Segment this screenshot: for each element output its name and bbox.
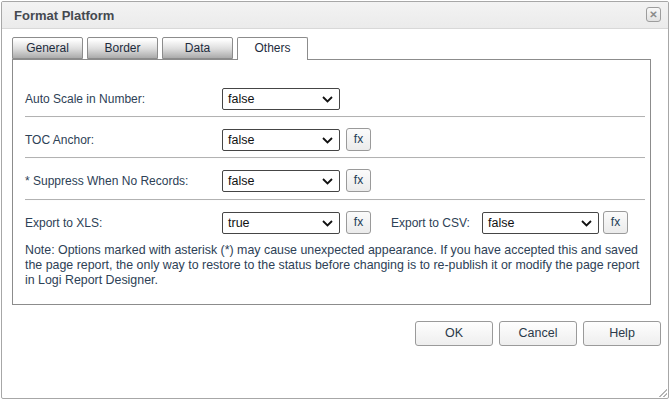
toc-anchor-select[interactable]: false <box>222 129 340 151</box>
export-csv-fx-button[interactable]: fx <box>603 211 628 234</box>
toc-anchor-select-value: false <box>228 133 254 147</box>
suppress-no-records-select[interactable]: false <box>222 170 340 192</box>
cancel-button[interactable]: Cancel <box>499 321 577 346</box>
export-xls-fx-button[interactable]: fx <box>346 211 371 234</box>
export-xls-label: Export to XLS: <box>25 216 102 230</box>
export-csv-select[interactable]: false <box>482 212 599 234</box>
chevron-down-icon <box>322 137 333 144</box>
tab-data[interactable]: Data <box>162 37 233 59</box>
suppress-no-records-fx-button[interactable]: fx <box>346 169 371 192</box>
asterisk-note-text: Note: Options marked with asterisk (*) m… <box>25 243 645 289</box>
export-csv-select-value: false <box>488 216 514 230</box>
export-xls-select-value: true <box>228 216 250 230</box>
toc-anchor-fx-button[interactable]: fx <box>346 128 371 151</box>
chevron-down-icon <box>581 220 592 227</box>
others-tab-panel: Auto Scale in Number: false TOC Anchor: … <box>12 59 651 305</box>
chevron-down-icon <box>322 220 333 227</box>
dialog-titlebar: Format Platform ✕ <box>2 2 668 29</box>
auto-scale-select[interactable]: false <box>222 88 340 110</box>
export-xls-select[interactable]: true <box>222 212 340 234</box>
export-csv-label: Export to CSV: <box>391 216 470 230</box>
auto-scale-label: Auto Scale in Number: <box>25 92 145 106</box>
tab-border[interactable]: Border <box>87 37 158 59</box>
ok-button[interactable]: OK <box>415 321 493 346</box>
tab-general[interactable]: General <box>12 37 83 59</box>
row-separator <box>25 199 645 201</box>
auto-scale-select-value: false <box>228 92 254 106</box>
format-platform-dialog: Format Platform ✕ General Border Data Ot… <box>1 1 669 399</box>
close-icon[interactable]: ✕ <box>646 7 661 22</box>
tab-others[interactable]: Others <box>237 37 308 60</box>
row-separator <box>25 157 645 159</box>
suppress-no-records-label: * Suppress When No Records: <box>25 174 188 188</box>
resize-grip[interactable] <box>659 389 667 397</box>
toc-anchor-label: TOC Anchor: <box>25 133 94 147</box>
row-separator <box>25 116 645 118</box>
suppress-no-records-select-value: false <box>228 174 254 188</box>
chevron-down-icon <box>322 96 333 103</box>
help-button[interactable]: Help <box>583 321 661 346</box>
dialog-title: Format Platform <box>14 8 114 23</box>
chevron-down-icon <box>322 178 333 185</box>
